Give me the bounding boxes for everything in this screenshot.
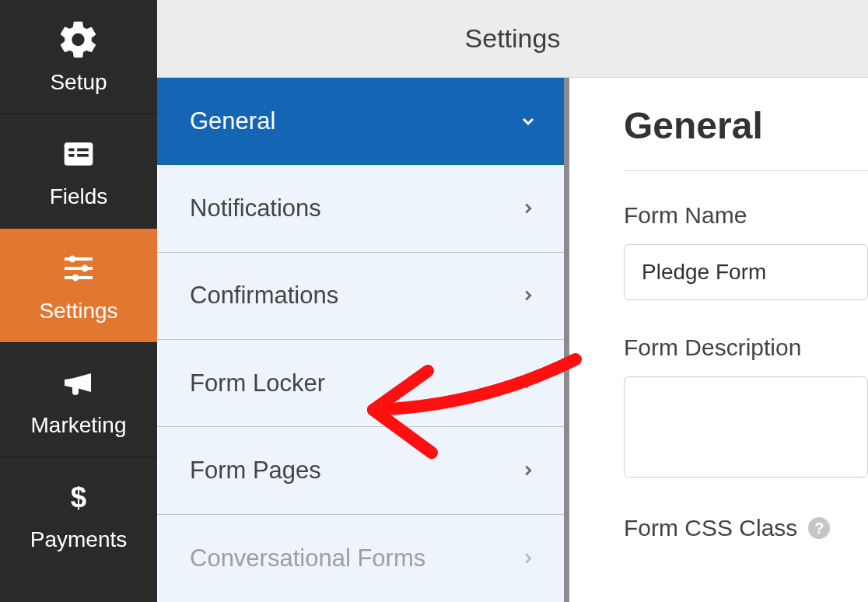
panel-item-general[interactable]: General	[157, 78, 564, 165]
chevron-right-icon	[519, 549, 537, 568]
form-name-input[interactable]	[624, 244, 868, 300]
panel-item-label: General	[190, 107, 275, 135]
svg-point-8	[82, 265, 89, 272]
sidebar-item-label: Setup	[50, 70, 107, 95]
form-name-label: Form Name	[624, 202, 868, 229]
svg-point-6	[69, 256, 76, 263]
sidebar-item-settings[interactable]: Settings	[0, 229, 157, 343]
chevron-down-icon	[519, 112, 537, 131]
form-description-input[interactable]	[624, 376, 868, 478]
svg-point-10	[72, 275, 79, 282]
form-css-class-label-text: Form CSS Class	[624, 515, 797, 541]
sidebar: Setup Fields Settings Marketing $ Paymen…	[0, 0, 157, 602]
divider	[624, 170, 868, 171]
sidebar-item-label: Settings	[39, 299, 117, 324]
help-icon[interactable]: ?	[808, 517, 830, 539]
chevron-right-icon	[519, 461, 537, 480]
panel-item-form-pages[interactable]: Form Pages	[157, 427, 564, 514]
svg-text:$: $	[71, 481, 86, 513]
settings-subnav: General Notifications Confirmations	[157, 78, 569, 602]
chevron-right-icon	[519, 286, 537, 305]
sidebar-item-payments[interactable]: $ Payments	[0, 457, 157, 571]
sidebar-item-fields[interactable]: Fields	[0, 114, 157, 229]
panel-item-label: Form Locker	[190, 369, 325, 397]
svg-rect-3	[68, 154, 74, 157]
list-icon	[56, 131, 101, 177]
chevron-right-icon	[519, 374, 537, 393]
sliders-icon	[56, 246, 101, 291]
sidebar-item-setup[interactable]: Setup	[0, 0, 157, 114]
panel-item-form-locker[interactable]: Form Locker	[157, 340, 564, 427]
sidebar-item-label: Marketing	[31, 413, 127, 438]
panel-item-label: Conversational Forms	[190, 544, 425, 572]
sidebar-item-label: Payments	[30, 527, 128, 552]
panel-item-confirmations[interactable]: Confirmations	[157, 253, 564, 340]
bullhorn-icon	[56, 360, 101, 405]
form-description-label: Form Description	[624, 334, 868, 361]
dollar-icon: $	[56, 474, 101, 520]
svg-rect-1	[68, 149, 74, 152]
panel-item-notifications[interactable]: Notifications	[157, 165, 564, 252]
svg-rect-4	[77, 154, 89, 157]
page-title: Settings	[465, 23, 561, 54]
form-css-class-label: Form CSS Class ?	[624, 515, 868, 541]
panel-item-label: Confirmations	[190, 282, 338, 310]
svg-rect-2	[77, 149, 89, 152]
topbar: Settings	[157, 0, 868, 78]
sidebar-item-marketing[interactable]: Marketing	[0, 343, 157, 457]
content-panel: General Form Name Form Description Form …	[569, 78, 868, 602]
panel-item-label: Notifications	[190, 194, 321, 222]
panel-item-conversational-forms[interactable]: Conversational Forms	[157, 515, 564, 602]
chevron-right-icon	[519, 199, 537, 218]
sidebar-item-label: Fields	[50, 184, 108, 209]
content-heading: General	[624, 104, 868, 147]
panel-item-label: Form Pages	[190, 457, 321, 485]
gear-icon	[56, 17, 101, 62]
